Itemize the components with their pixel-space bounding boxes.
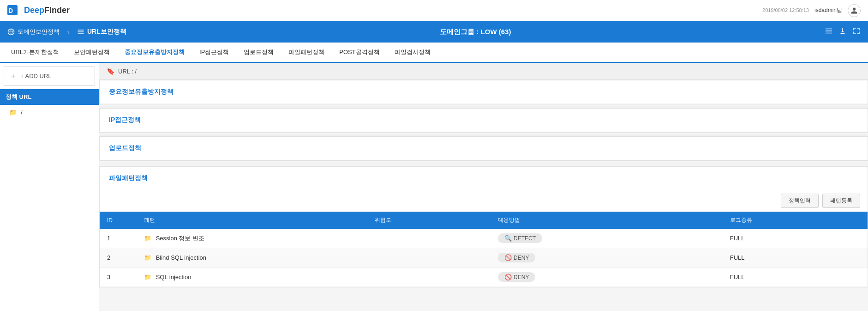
tab-security-pattern[interactable]: 보안패턴정책	[66, 43, 117, 63]
detect-badge-1: 🔍 DETECT	[498, 233, 542, 243]
tab-important-info[interactable]: 중요정보유출방지정책	[117, 43, 192, 63]
cell-id-3: 3	[100, 268, 137, 287]
expand-icon[interactable]	[852, 27, 861, 37]
cell-pattern-3: 📁 SQL injection	[137, 268, 367, 287]
col-header-response: 대응방법	[491, 212, 723, 229]
sidebar: ＋ + ADD URL 정책 URL 📁 /	[0, 63, 99, 311]
username-display: isdadmin님	[814, 6, 842, 14]
deny-badge-3: 🚫 DENY	[498, 272, 535, 282]
important-info-header[interactable]: 중요정보유출방지정책	[100, 80, 868, 104]
table-row: 2 📁 Blind SQL injection 🚫 DENY	[100, 248, 868, 268]
deny-label-3: DENY	[514, 274, 529, 281]
folder-icon-row2: 📁	[144, 254, 151, 261]
cell-log-3: FULL	[723, 268, 868, 287]
deny-badge-2: 🚫 DENY	[498, 253, 535, 262]
file-pattern-header: 파일패턴정책	[100, 167, 868, 190]
url-path-header: 🔖 URL : /	[99, 63, 868, 80]
plus-icon: ＋	[10, 72, 17, 80]
tab-url-basic[interactable]: URL기본제한정책	[4, 43, 66, 63]
domain-policy-label: 도메인보안정책	[18, 28, 60, 36]
cell-log-1: FULL	[723, 229, 868, 248]
pattern-buttons-area: 정책입력 패턴등록	[100, 190, 868, 212]
cell-response-3: 🚫 DENY	[491, 268, 723, 287]
tab-ip-access[interactable]: IP접근정책	[192, 43, 236, 63]
tab-file-pattern[interactable]: 파일패턴정책	[281, 43, 332, 63]
table-header-row: ID 패턴 위험도 대응방법 로그종류	[100, 212, 868, 229]
pattern-table: ID 패턴 위험도 대응방법 로그종류 1 📁 Session 정보 변조	[100, 212, 868, 287]
nav-right-icons	[825, 27, 861, 37]
blue-nav-bar: 도메인보안정책 › URL보안정책 도메인그룹 : LOW (63)	[0, 21, 868, 43]
folder-icon-row1: 📁	[144, 235, 151, 242]
divider-3	[99, 163, 868, 165]
col-header-id: ID	[100, 212, 137, 229]
cell-risk-2	[367, 248, 491, 268]
logo-finder: Finder	[44, 6, 70, 15]
upload-section: 업로드정책	[99, 136, 868, 161]
deny-label-2: DENY	[514, 255, 529, 261]
cell-id-1: 1	[100, 229, 137, 248]
important-info-section: 중요정보유출방지정책	[99, 80, 868, 104]
pattern-text-3: SQL injection	[156, 274, 192, 281]
logo-icon: D	[7, 3, 22, 18]
folder-icon: 📁	[9, 109, 17, 116]
nav-separator: ›	[67, 27, 70, 37]
cell-pattern-1: 📁 Session 정보 변조	[137, 229, 367, 248]
file-pattern-section: 파일패턴정책 정책입력 패턴등록 ID 패턴 위험도 대응방법 로그종류	[99, 166, 868, 287]
download-icon[interactable]	[838, 27, 847, 37]
cell-risk-1	[367, 229, 491, 248]
add-url-button[interactable]: ＋ + ADD URL	[4, 67, 95, 85]
datetime-display: 2019/08/02 12:58:13	[762, 7, 809, 14]
user-avatar[interactable]	[848, 4, 861, 17]
folder-root-label: /	[21, 109, 23, 116]
domain-group-title: 도메인그룹 : LOW (63)	[134, 28, 817, 37]
cell-id-2: 2	[100, 248, 137, 268]
url-policy-label: URL보안정책	[87, 28, 126, 36]
add-url-label: + ADD URL	[20, 73, 52, 79]
top-right-area: 2019/08/02 12:58:13 isdadmin님	[762, 4, 861, 17]
main-layout: ＋ + ADD URL 정책 URL 📁 / 🔖 URL : / 중요정보유출방…	[0, 63, 868, 311]
cell-response-2: 🚫 DENY	[491, 248, 723, 268]
table-row: 1 📁 Session 정보 변조 🔍 DETECT FULL	[100, 229, 868, 248]
logo: D DeepFinder	[7, 3, 70, 18]
url-path-text: URL : /	[118, 68, 137, 75]
url-policy-link[interactable]: URL보안정책	[77, 28, 126, 36]
cell-response-1: 🔍 DETECT	[491, 229, 723, 248]
tab-navigation: URL기본제한정책 보안패턴정책 중요정보유출방지정책 IP접근정책 업로드정책…	[0, 43, 868, 63]
col-header-pattern: 패턴	[137, 212, 367, 229]
policy-url-item[interactable]: 정책 URL	[0, 89, 99, 105]
policy-url-label: 정책 URL	[6, 93, 31, 100]
policy-input-button[interactable]: 정책입력	[781, 194, 819, 208]
list-icon[interactable]	[825, 27, 833, 37]
col-header-risk: 위험도	[367, 212, 491, 229]
ip-access-section: IP접근정책	[99, 108, 868, 133]
tab-file-inspection[interactable]: 파일검사정책	[387, 43, 438, 63]
tab-upload[interactable]: 업로드정책	[236, 43, 281, 63]
tab-post-attack[interactable]: POST공격정책	[332, 43, 387, 63]
cell-pattern-2: 📁 Blind SQL injection	[137, 248, 367, 268]
svg-text:D: D	[8, 7, 13, 14]
logo-deep: Deep	[24, 6, 44, 15]
cell-log-2: FULL	[723, 248, 868, 268]
upload-header[interactable]: 업로드정책	[100, 137, 868, 160]
detect-label-1: DETECT	[514, 235, 536, 242]
folder-root-item[interactable]: 📁 /	[0, 105, 99, 120]
deny-icon-2: 🚫	[504, 254, 512, 261]
pattern-text-2: Blind SQL injection	[156, 254, 206, 261]
top-header: D DeepFinder 2019/08/02 12:58:13 isdadmi…	[0, 0, 868, 21]
domain-policy-link[interactable]: 도메인보안정책	[7, 28, 60, 36]
content-area: 🔖 URL : / 중요정보유출방지정책 IP접근정책 업로드정책 파일패턴정책…	[99, 63, 868, 311]
cell-risk-3	[367, 268, 491, 287]
col-header-log: 로그종류	[723, 212, 868, 229]
deny-icon-3: 🚫	[504, 274, 512, 281]
table-row: 3 📁 SQL injection 🚫 DENY FULL	[100, 268, 868, 287]
pattern-text-1: Session 정보 변조	[156, 235, 204, 242]
ip-access-header[interactable]: IP접근정책	[100, 109, 868, 132]
pattern-register-button[interactable]: 패턴등록	[822, 194, 860, 208]
bookmark-icon: 🔖	[107, 67, 114, 75]
detect-icon-1: 🔍	[504, 235, 512, 242]
folder-icon-row3: 📁	[144, 274, 151, 281]
